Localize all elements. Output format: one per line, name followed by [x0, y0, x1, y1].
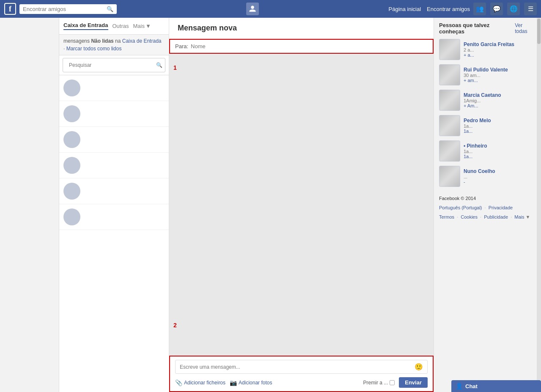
nav-find-friends[interactable]: Encontrar amigos: [427, 6, 470, 12]
person-info: Marcia Caetano 1Amig... + Am...: [464, 92, 536, 108]
emoji-icon[interactable]: 🙂: [415, 363, 423, 371]
nav-home[interactable]: Página inicial: [389, 6, 421, 12]
person-info: Nuno Coelho ... -: [464, 168, 536, 184]
paperclip-icon: 📎: [175, 379, 182, 386]
avatar: [63, 157, 80, 174]
add-friend-link[interactable]: -: [464, 179, 536, 184]
friends-icon[interactable]: 👥: [473, 3, 486, 15]
messages-list: [59, 75, 169, 392]
unread-bold: Não lidas: [91, 38, 113, 44]
avatar: [439, 140, 460, 162]
message-input[interactable]: [180, 364, 412, 370]
chevron-down-icon: ▼: [526, 214, 530, 219]
send-button[interactable]: Enviar: [399, 377, 428, 388]
list-item[interactable]: [59, 75, 169, 101]
message-input-row[interactable]: 🙂: [175, 360, 428, 374]
person-mutual: 30 am...: [464, 73, 536, 78]
press-enter-wrap: Premir a ...: [363, 380, 395, 386]
messages-panel: Caixa de Entrada Outras Mais ▼ mensagens…: [59, 18, 169, 392]
tab-more[interactable]: Mais ▼: [133, 23, 151, 29]
add-photos-label: Adicionar fotos: [239, 380, 272, 386]
see-all-link[interactable]: Ver todas: [515, 22, 536, 34]
footer-language-link[interactable]: Português (Portugal): [439, 205, 482, 210]
footer-links: Facebook © 2014 Português (Portugal) · P…: [439, 194, 536, 222]
unread-text: mensagens: [63, 38, 91, 44]
chevron-down-icon: ▼: [146, 23, 151, 29]
search-icon-small: 🔍: [156, 62, 162, 68]
main-content: Mensagem nova Para: 1 2 🙂: [169, 18, 434, 392]
scrollbar[interactable]: [537, 18, 541, 380]
footer-cookies-link[interactable]: Cookies: [461, 214, 478, 219]
tab-other[interactable]: Outras: [113, 23, 129, 29]
camera-icon: 📷: [230, 379, 237, 386]
page-wrap: Caixa de Entrada Outras Mais ▼ mensagens…: [0, 18, 541, 392]
person-mutual: ...: [464, 174, 536, 179]
add-friend-link[interactable]: + Am...: [464, 103, 536, 108]
footer-more-link[interactable]: Mais: [514, 214, 524, 219]
compose-title: Mensagem nova: [178, 24, 237, 32]
to-field-wrap: Para:: [169, 39, 434, 54]
bottom-compose: 🙂 📎 Adicionar ficheiros 📷 Adicionar foto…: [170, 356, 433, 391]
avatar: [63, 183, 80, 200]
list-item[interactable]: [59, 178, 169, 204]
add-friend-link[interactable]: 1a...: [464, 154, 536, 159]
to-field: Para:: [170, 40, 433, 53]
search-bar[interactable]: 🔍: [19, 4, 117, 14]
person-name: • Pinheiro: [464, 143, 536, 149]
person-mutual: 1a...: [464, 123, 536, 129]
add-photos-button[interactable]: 📷 Adicionar fotos: [230, 379, 272, 386]
search-icon: 🔍: [107, 6, 113, 12]
avatar: [439, 64, 460, 85]
notifications-icon[interactable]: 🌐: [507, 3, 520, 15]
footer-ads-link[interactable]: Publicidade: [484, 214, 508, 219]
inbox-link[interactable]: Caixa de Entrada: [122, 38, 162, 44]
unread-notice: mensagens Não lidas na Caixa de Entrada …: [59, 35, 169, 55]
tab-inbox[interactable]: Caixa de Entrada: [63, 22, 108, 30]
add-friend-link[interactable]: + am...: [464, 78, 536, 83]
search-wrap[interactable]: 🔍: [63, 58, 165, 72]
compose-header: Mensagem nova: [169, 18, 434, 39]
add-friend-link[interactable]: 1a...: [464, 129, 536, 134]
person-info: Penito Garcia Freitas 2 a... + a...: [464, 41, 536, 58]
list-item[interactable]: [59, 204, 169, 230]
account-icon: ☰: [524, 3, 537, 15]
person-item: • Pinheiro 1a... 1a...: [439, 140, 536, 162]
add-friend-link[interactable]: + a...: [464, 52, 536, 58]
add-files-button[interactable]: 📎 Adicionar ficheiros: [175, 379, 225, 386]
list-item[interactable]: [59, 153, 169, 178]
scroll-thumb[interactable]: [537, 19, 541, 44]
mark-all-read[interactable]: · Marcar todos como lidos: [63, 46, 121, 52]
footer-terms-link[interactable]: Termos: [439, 214, 454, 219]
person-mutual: 2 a...: [464, 47, 536, 52]
right-panel-header: Pessoas que talvez conheças Ver todas: [439, 22, 536, 35]
person-info: Rui Pulido Valente 30 am... + am...: [464, 67, 536, 83]
messages-search-input[interactable]: [66, 60, 154, 70]
to-input[interactable]: [191, 43, 428, 49]
avatar: [63, 105, 80, 122]
account-dropdown[interactable]: ☰: [524, 3, 537, 15]
list-item[interactable]: [59, 127, 169, 153]
chat-bar-icon: 👤: [456, 383, 463, 389]
press-checkbox[interactable]: [390, 380, 395, 385]
unread-text2: na: [114, 38, 122, 44]
search-input[interactable]: [23, 6, 104, 12]
facebook-logo: f: [4, 3, 16, 15]
list-item[interactable]: [59, 101, 169, 127]
step-number-1: 1: [173, 64, 177, 71]
footer-nav2: Termos · Cookies · Publicidade · Mais ▼: [439, 212, 536, 222]
footer-nav: Português (Portugal) · Privacidade: [439, 203, 536, 212]
chat-bar[interactable]: 👤 Chat: [451, 380, 541, 392]
footer-privacy-link[interactable]: Privacidade: [489, 205, 513, 210]
left-sidebar: [0, 18, 59, 392]
right-panel: Pessoas que talvez conheças Ver todas Pe…: [434, 18, 541, 392]
person-name: Penito Garcia Freitas: [464, 41, 536, 47]
compose-area: Para: 1 2 🙂 📎 Adicionar fichei: [169, 39, 434, 392]
profile-icon[interactable]: [246, 3, 259, 15]
person-item: Pedro Melo 1a... 1a...: [439, 115, 536, 136]
to-label: Para:: [175, 43, 188, 49]
press-label: Premir a ...: [363, 380, 388, 386]
avatar: [63, 208, 80, 225]
messages-icon[interactable]: 💬: [490, 3, 503, 15]
person-name: Marcia Caetano: [464, 92, 536, 98]
nav-center: [120, 3, 385, 15]
